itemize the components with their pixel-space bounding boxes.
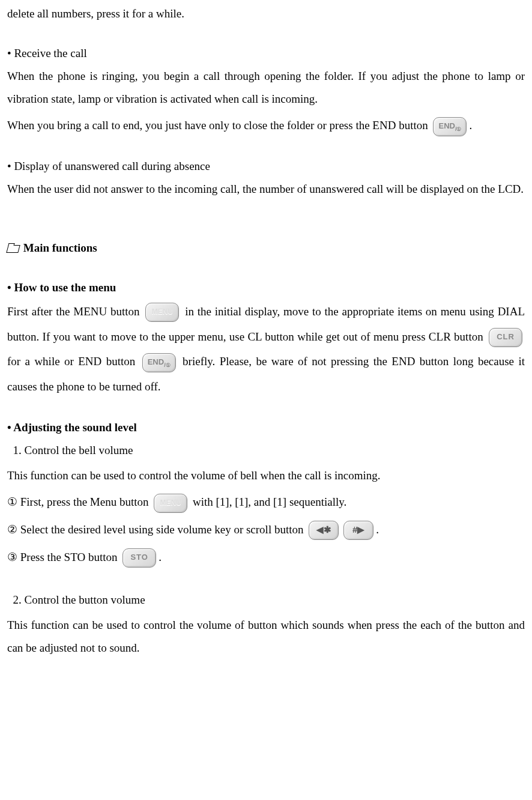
- receive-call-p2b: .: [469, 119, 472, 132]
- menu-button-icon: MENU: [154, 494, 187, 513]
- sound-step2a: Select the desired level using side volu…: [17, 523, 306, 536]
- sound-step1: ① First, press the Menu button MENU with…: [7, 489, 525, 515]
- sound-s2-head: 2. Control the button volume: [7, 589, 525, 611]
- scroll-left-button-icon: ◀✱: [309, 521, 339, 540]
- circled-1-icon: ①: [7, 495, 17, 508]
- end-button-icon: END/①: [433, 117, 467, 136]
- receive-call-p1: When the phone is ringing, you begin a c…: [7, 65, 525, 111]
- circled-3-icon: ③: [7, 551, 17, 563]
- sound-s1-head: 1. Control the bell volume: [7, 439, 525, 462]
- receive-call-p2-line: When you bring a call to end, you just h…: [7, 113, 525, 138]
- sound-step3a: Press the STO button: [17, 551, 120, 563]
- receive-call-head: • Receive the call: [7, 42, 525, 65]
- unanswered-p1: When the user did not answer to the inco…: [7, 178, 525, 201]
- sound-step1b: with [1], [1], and [1] sequentially.: [193, 495, 346, 508]
- main-functions-head-text: Main functions: [20, 241, 97, 254]
- sound-s2-p1: This function can be used to control the…: [7, 614, 525, 659]
- circled-2-icon: ②: [7, 523, 17, 536]
- sound-step2b: .: [376, 523, 379, 536]
- sound-s1-p1: This function can be used to control the…: [7, 464, 525, 487]
- intro-delete-text: delete all numbers, press it for a while…: [7, 2, 525, 25]
- sound-head: • Adjusting the sound level: [7, 416, 525, 439]
- clr-button-icon: CLR: [489, 328, 522, 347]
- folder-icon: [7, 243, 18, 252]
- end-button-label-2: END: [148, 357, 164, 366]
- sound-step1a: First, press the Menu button: [17, 495, 151, 508]
- menu-use-head: • How to use the menu: [7, 276, 525, 299]
- sound-step3: ③ Press the STO button STO.: [7, 545, 525, 570]
- end-button-sub-2: /①: [164, 362, 171, 368]
- menu-p1c: for a while or END button: [7, 355, 140, 368]
- sound-step2: ② Select the desired level using side vo…: [7, 517, 525, 542]
- menu-use-body: First after the MENU button MENU in the …: [7, 299, 525, 399]
- sto-button-icon: STO: [122, 548, 156, 568]
- menu-button-icon: MENU: [145, 303, 179, 322]
- main-functions-head: Main functions: [7, 237, 525, 259]
- sound-step3b: .: [159, 551, 162, 563]
- scroll-right-button-icon: #▶: [343, 521, 373, 540]
- menu-p1a: First after the MENU button: [7, 305, 143, 318]
- end-button-sub: /①: [455, 126, 462, 132]
- end-button-label: END: [439, 121, 455, 130]
- receive-call-p2a: When you bring a call to end, you just h…: [7, 119, 431, 132]
- unanswered-head: • Display of unanswered call during abse…: [7, 155, 525, 178]
- end-button-icon: END/①: [142, 353, 176, 372]
